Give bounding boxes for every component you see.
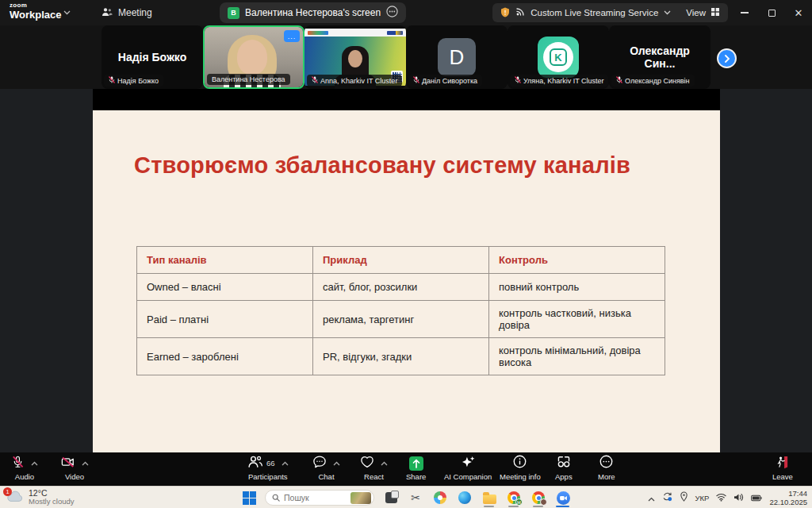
- presentation-slide: Створюємо збалансовану систему каналів Т…: [93, 110, 720, 452]
- shared-screen-stage: Створюємо збалансовану систему каналів Т…: [0, 89, 812, 452]
- battery-icon[interactable]: [751, 491, 762, 505]
- search-highlight-image: [350, 492, 371, 504]
- share-button[interactable]: Share: [406, 456, 426, 481]
- search-input[interactable]: [284, 493, 343, 502]
- meeting-info-button[interactable]: Meeting info: [500, 456, 541, 481]
- video-tile-uliana[interactable]: K Уляна, Kharkiv IT Cluster: [508, 25, 609, 89]
- view-label: View: [686, 8, 706, 17]
- tab-meeting-label: Meeting: [118, 7, 152, 18]
- video-tile-oleksandr[interactable]: Олександр Син... Олександр Синявін: [609, 25, 710, 89]
- participant-label: Anna, Kharkiv IT Cluster: [307, 75, 402, 87]
- snipping-tool-icon[interactable]: ✂: [408, 488, 423, 507]
- taskbar-search[interactable]: [265, 490, 374, 506]
- table-cell: Earned – зароблені: [137, 338, 313, 375]
- weather-widget[interactable]: 1 12°C Mostly cloudy: [6, 488, 75, 506]
- video-tile-nadiia[interactable]: Надія Божко Надія Божко: [102, 25, 203, 89]
- table-header: Контроль: [489, 247, 665, 274]
- leave-button[interactable]: Leave: [772, 456, 793, 481]
- table-cell: повний контроль: [489, 274, 665, 301]
- table-header: Приклад: [313, 247, 489, 274]
- video-tile-danil[interactable]: D Даніл Сиворотка: [406, 25, 508, 89]
- table-cell: контроль мінімальний, довіра висока: [489, 338, 665, 375]
- taskbar-center: ✂ H: [243, 487, 571, 508]
- tile-more-button[interactable]: ...: [284, 30, 300, 42]
- video-options-chevron-icon[interactable]: [82, 461, 89, 466]
- avatar: D: [438, 38, 476, 76]
- apps-button[interactable]: Apps: [555, 456, 573, 481]
- workspace-chevron-down-icon[interactable]: [63, 10, 71, 15]
- taskbar-clock[interactable]: 17:44 22.10.2025: [769, 489, 807, 507]
- participant-label: Валентина Нестерова: [207, 74, 290, 85]
- mic-muted-icon: [312, 76, 318, 85]
- paint-app-icon[interactable]: [432, 488, 448, 507]
- zoom-app-icon[interactable]: [555, 488, 571, 507]
- leave-icon: [776, 455, 790, 472]
- react-button[interactable]: React: [360, 456, 388, 481]
- minimize-button[interactable]: [731, 0, 758, 25]
- shared-screen-badge-icon: B: [228, 7, 239, 19]
- video-tile-valentyna[interactable]: ... Валентина Нестерова: [203, 25, 304, 89]
- time: 17:44: [769, 489, 807, 498]
- zoom-workplace-logo: zoom Workplace: [10, 2, 62, 20]
- video-button[interactable]: Video: [60, 456, 89, 481]
- brand-zoom: zoom: [10, 2, 62, 9]
- warning-shield-icon: [500, 7, 510, 19]
- table-cell: Owned – власні: [137, 274, 313, 301]
- audio-button[interactable]: Audio: [11, 456, 38, 481]
- streaming-chevron-down-icon[interactable]: [664, 10, 671, 15]
- mic-muted-icon: [109, 76, 115, 85]
- participant-label: Надія Божко: [104, 75, 163, 87]
- wifi-icon[interactable]: [716, 491, 726, 505]
- task-view-button[interactable]: [383, 488, 399, 507]
- view-button[interactable]: View: [686, 7, 720, 18]
- chrome-profile1-icon[interactable]: H: [506, 488, 522, 507]
- maximize-button[interactable]: [758, 0, 785, 25]
- location-icon[interactable]: [680, 491, 688, 505]
- react-options-chevron-icon[interactable]: [381, 461, 388, 466]
- ai-companion-button[interactable]: AI Companion: [444, 456, 492, 481]
- video-tile-anna[interactable]: Anna, Kharkiv IT Cluster: [304, 25, 406, 89]
- edge-browser-icon[interactable]: [457, 488, 473, 507]
- more-button[interactable]: More: [598, 456, 615, 481]
- file-explorer-icon[interactable]: [481, 488, 497, 507]
- participant-label: Даніл Сиворотка: [408, 75, 482, 87]
- chat-icon: [312, 455, 327, 471]
- participants-icon: [247, 455, 263, 471]
- table-header-row: Тип каналів Приклад Контроль: [137, 247, 665, 274]
- date: 22.10.2025: [769, 498, 807, 506]
- table-cell: PR, відгуки, згадки: [313, 338, 489, 375]
- tray-chevron-up-icon[interactable]: [648, 491, 655, 505]
- zoom-window: zoom Workplace Meeting B Валентина Несте…: [0, 0, 812, 508]
- close-button[interactable]: ✕: [785, 0, 812, 25]
- keyboard-language[interactable]: УКР: [695, 494, 710, 502]
- volume-icon[interactable]: [733, 491, 744, 505]
- search-icon: [272, 491, 280, 505]
- weather-condition: Mostly cloudy: [29, 498, 75, 506]
- shared-screen: Створюємо збалансовану систему каналів Т…: [93, 89, 720, 452]
- participants-button[interactable]: 66 Participants: [247, 456, 289, 481]
- chat-button[interactable]: Chat: [312, 456, 340, 481]
- tab-options-ellipsis-icon[interactable]: [386, 6, 398, 20]
- participant-label: Уляна, Kharkiv IT Cluster: [510, 75, 608, 87]
- windows-start-button[interactable]: [243, 491, 256, 505]
- audio-options-chevron-icon[interactable]: [31, 461, 38, 466]
- next-participants-button[interactable]: [717, 48, 737, 68]
- participants-options-chevron-icon[interactable]: [282, 461, 289, 466]
- chrome-profile2-icon[interactable]: [530, 488, 546, 507]
- heart-icon: [360, 456, 374, 471]
- sync-icon[interactable]: [662, 491, 672, 505]
- live-streaming-control[interactable]: Custom Live Streaming Service View: [492, 3, 728, 22]
- tab-meeting[interactable]: Meeting: [95, 0, 159, 25]
- participants-filmstrip: Надія Божко Надія Божко ... Валентина Не…: [0, 25, 812, 89]
- participants-count: 66: [266, 459, 275, 468]
- info-icon: [513, 455, 527, 471]
- table-row: Earned – зароблені PR, відгуки, згадки к…: [137, 338, 665, 375]
- slide-table: Тип каналів Приклад Контроль Owned – вла…: [136, 246, 665, 375]
- mic-muted-icon: [616, 76, 622, 85]
- apps-icon: [557, 455, 571, 471]
- tab-shared-screen[interactable]: B Валентина Нестерова's screen: [220, 2, 406, 23]
- table-cell: сайт, блог, розсилки: [313, 274, 489, 301]
- participant-label: Олександр Синявін: [611, 75, 695, 87]
- chat-options-chevron-icon[interactable]: [333, 461, 340, 466]
- people-icon: [102, 7, 113, 19]
